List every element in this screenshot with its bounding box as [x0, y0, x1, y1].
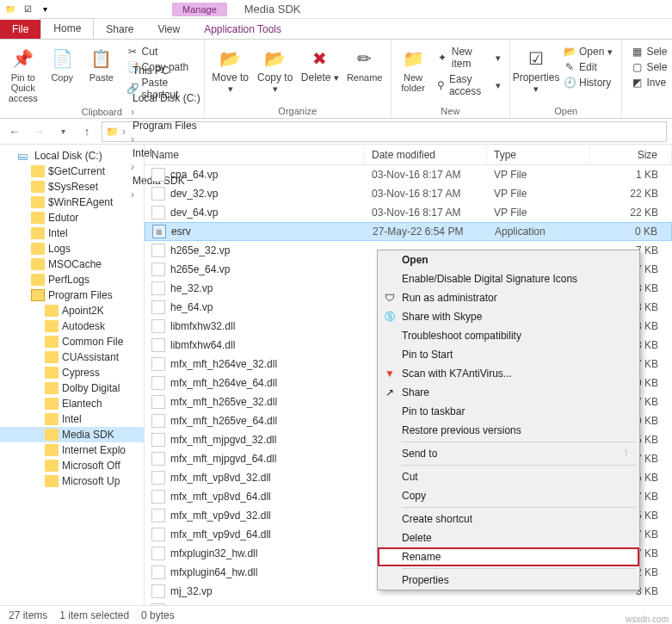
tree-node[interactable]: PerfLogs — [0, 272, 144, 287]
chevron-right-icon[interactable]: › — [129, 78, 136, 90]
context-item[interactable]: ⓈShare with Skype — [378, 307, 639, 326]
context-label: Send to — [402, 448, 437, 460]
history-dropdown[interactable]: ▾ — [53, 122, 72, 141]
select-all-button[interactable]: ▦Sele — [629, 45, 669, 59]
tree-node[interactable]: Internet Explo — [0, 442, 144, 458]
context-item[interactable]: Pin to Start — [378, 345, 639, 364]
checkbox-icon[interactable]: ☑ — [21, 3, 34, 16]
context-item[interactable]: 🛡Run as administrator — [378, 288, 639, 307]
manage-contextual-tab[interactable]: Manage — [172, 3, 227, 16]
new-folder-button[interactable]: 📁New folder — [397, 43, 430, 95]
tree-node[interactable]: CUAssistant — [0, 349, 144, 365]
tree-label: Internet Explo — [62, 444, 126, 456]
tree-node[interactable]: $GetCurrent — [0, 164, 144, 179]
context-item[interactable]: Send to〉 — [378, 444, 639, 463]
up-button[interactable]: ↑ — [77, 122, 96, 141]
context-item[interactable]: Create shortcut — [378, 510, 639, 528]
tree-node[interactable]: Common File — [0, 334, 144, 349]
tree-node[interactable]: Dolby Digital — [0, 380, 144, 396]
tree-node[interactable]: Cypress — [0, 365, 144, 380]
tree-node[interactable]: MSOCache — [0, 256, 144, 272]
tree-node[interactable]: Logs — [0, 241, 144, 256]
move-to-button[interactable]: 📂Move to ▾ — [210, 43, 251, 96]
column-type[interactable]: Type — [487, 145, 590, 164]
paste-button[interactable]: 📋Paste — [83, 43, 120, 84]
tab-file[interactable]: File — [0, 20, 40, 39]
context-icon: 🛡 — [383, 292, 397, 304]
table-row[interactable]: dev_64.vp 03-Nov-16 8:17 AM VP File 22 K… — [145, 203, 672, 222]
folder-icon — [45, 336, 59, 348]
open-button[interactable]: 📂Open ▾ — [562, 45, 614, 59]
context-item[interactable]: Troubleshoot compatibility — [378, 326, 639, 345]
tree-node[interactable]: Apoint2K — [0, 303, 144, 318]
context-item[interactable]: Restore previous versions — [378, 421, 639, 440]
chevron-right-icon[interactable]: › — [129, 133, 136, 145]
context-item[interactable]: ▼Scan with K7AntiVirus... — [378, 364, 639, 383]
pin-to-quick-access-button[interactable]: 📌Pin to Quick access — [5, 43, 41, 105]
tab-application-tools[interactable]: Application Tools — [192, 20, 293, 39]
chevron-right-icon[interactable]: › — [129, 106, 136, 118]
history-button[interactable]: 🕘History — [562, 76, 614, 90]
copy-button[interactable]: 📄Copy — [45, 43, 81, 84]
folder-icon — [45, 444, 59, 456]
select-none-button[interactable]: ▢Sele — [629, 60, 669, 74]
column-name[interactable]: Name — [145, 145, 365, 164]
status-selected: 1 item selected — [59, 609, 129, 621]
breadcrumb-item[interactable]: Local Disk (C:) — [129, 90, 204, 106]
context-item[interactable]: Rename — [378, 547, 639, 566]
history-icon: 🕘 — [564, 77, 576, 89]
tree-label: Dolby Digital — [62, 382, 120, 394]
tree-node[interactable]: Program Files — [0, 287, 144, 303]
tree-node[interactable]: Microsoft Off — [0, 458, 144, 473]
qat-dropdown-icon[interactable]: ▾ — [38, 3, 52, 16]
tree-node[interactable]: $SysReset — [0, 179, 144, 195]
context-item[interactable]: ↗Share — [378, 383, 639, 402]
column-date[interactable]: Date modified — [365, 145, 487, 164]
tree-label: Intel — [48, 227, 68, 239]
back-button[interactable]: ← — [5, 122, 24, 141]
table-row[interactable]: cpa_64.vp 03-Nov-16 8:17 AM VP File 1 KB — [145, 165, 672, 184]
tab-share[interactable]: Share — [94, 20, 145, 39]
edit-button[interactable]: ✎Edit — [562, 60, 614, 74]
tree-node[interactable]: $WinREAgent — [0, 195, 144, 210]
context-item[interactable]: Copy — [378, 486, 639, 505]
forward-button[interactable]: → — [29, 122, 48, 141]
tree-node[interactable]: Elantech — [0, 396, 144, 411]
breadcrumb-item[interactable]: Program Files — [129, 118, 204, 133]
table-row[interactable]: dev_32.vp 03-Nov-16 8:17 AM VP File 22 K… — [145, 184, 672, 203]
tree-node[interactable]: Media SDK — [0, 427, 144, 442]
invert-selection-button[interactable]: ◩Inve — [629, 76, 669, 90]
folder-icon — [45, 460, 59, 472]
delete-button[interactable]: ✖Delete ▾ — [299, 43, 341, 85]
tree-node[interactable]: Microsoft Up — [0, 473, 144, 489]
tree-node[interactable]: Intel — [0, 411, 144, 427]
tab-view[interactable]: View — [145, 20, 192, 39]
context-item[interactable]: Cut — [378, 467, 639, 486]
tree-node[interactable]: Intel — [0, 226, 144, 241]
tree-node[interactable]: Autodesk — [0, 318, 144, 334]
context-item[interactable]: Delete — [378, 528, 639, 547]
cut-button[interactable]: ✂Cut — [125, 45, 197, 59]
tree-node[interactable]: Edutor — [0, 210, 144, 226]
new-item-button[interactable]: ✦New item ▾ — [435, 45, 502, 71]
file-name: dev_64.vp — [170, 207, 218, 219]
tree-view[interactable]: 🖴Local Disk (C:)$GetCurrent$SysReset$Win… — [0, 145, 145, 605]
tab-home[interactable]: Home — [40, 18, 94, 39]
breadcrumb-item[interactable]: This PC — [129, 63, 204, 78]
chevron-right-icon[interactable]: › — [120, 126, 127, 138]
context-item[interactable]: Open — [378, 250, 639, 269]
properties-button[interactable]: ☑Properties ▾ — [515, 43, 557, 96]
easy-access-button[interactable]: ⚲Easy access ▾ — [435, 72, 502, 98]
file-size: 22 KB — [590, 188, 672, 200]
context-item[interactable]: Pin to taskbar — [378, 402, 639, 421]
rename-button[interactable]: ✏Rename — [344, 43, 385, 84]
context-item[interactable]: Properties — [378, 571, 639, 590]
context-label: Copy — [402, 490, 426, 502]
context-label: Scan with K7AntiVirus... — [402, 368, 512, 380]
context-item[interactable]: Enable/Disable Digital Signature Icons — [378, 269, 639, 288]
copy-to-button[interactable]: 📂Copy to ▾ — [255, 43, 296, 96]
tree-node[interactable]: 🖴Local Disk (C:) — [0, 148, 144, 164]
table-row[interactable]: ▦esrv 27-May-22 6:54 PM Application 0 KB — [145, 222, 672, 241]
breadcrumb[interactable]: 📁 › This PC›Local Disk (C:)›Program File… — [102, 121, 667, 142]
column-size[interactable]: Size — [590, 145, 672, 164]
